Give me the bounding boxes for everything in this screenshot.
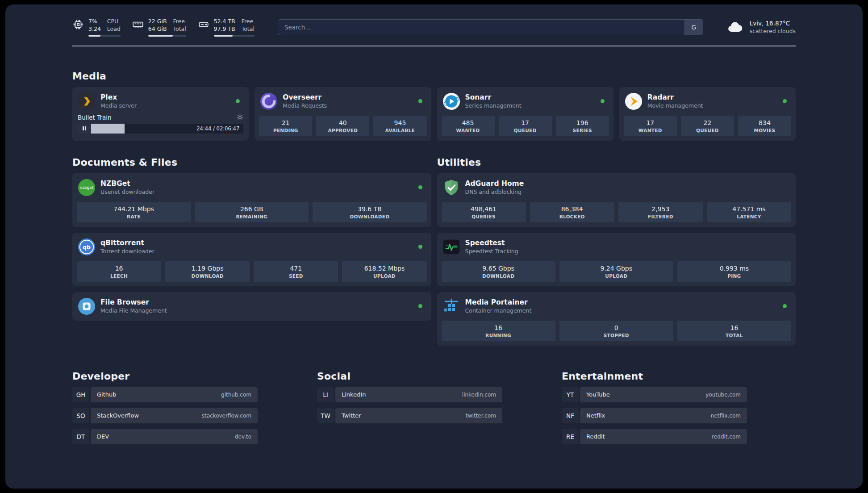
- topbar: 7% CPU 3.24 Load 22 GiB Free 64 GiB Tota…: [72, 18, 796, 37]
- service-name: Media Portainer: [465, 298, 532, 306]
- bookmark-abbr: YT: [562, 387, 579, 402]
- bookmark-name: YouTube: [586, 391, 610, 398]
- service-card-plex[interactable]: Plex Media server Bullet Train: [72, 87, 249, 141]
- stat-movies: 834 MOVIES: [738, 116, 791, 136]
- status-dot: [418, 304, 422, 308]
- section-title-utilities: Utilities: [437, 157, 796, 168]
- qbittorrent-icon: qb: [78, 238, 96, 256]
- service-card-overseerr[interactable]: Overseerr Media Requests 21 PENDING 40 A…: [255, 87, 431, 141]
- status-dot: [236, 99, 240, 103]
- bookmark-youtube[interactable]: YT YouTube youtube.com: [562, 387, 747, 402]
- overseerr-icon: [260, 92, 278, 110]
- ram-total-label: Total: [173, 25, 186, 33]
- bookmark-github[interactable]: GH Github github.com: [72, 387, 258, 402]
- radarr-icon: [625, 92, 643, 110]
- sonarr-icon: [442, 92, 460, 110]
- service-name: File Browser: [100, 298, 167, 306]
- adguard-icon: [442, 179, 460, 196]
- disk-progressbar: [214, 35, 255, 37]
- seek-bar[interactable]: 24:44 / 02:06:47: [91, 124, 243, 134]
- status-dot: [418, 185, 422, 189]
- bookmark-group-entertainment: Entertainment YT YouTube youtube.com NF …: [562, 371, 796, 450]
- service-name: Sonarr: [465, 93, 522, 101]
- settings-gear-icon[interactable]: [237, 114, 243, 121]
- service-card-qbittorrent[interactable]: qb qBittorrent Torrent downloader 16 LEE…: [72, 233, 431, 286]
- bookmark-reddit[interactable]: RE Reddit reddit.com: [562, 429, 747, 444]
- stat-upload: 9.24 Gbps UPLOAD: [559, 261, 673, 282]
- service-card-portainer[interactable]: Media Portainer Container management 16 …: [437, 292, 796, 346]
- service-card-radarr[interactable]: Radarr Movie management 17 WANTED 22 QUE…: [619, 87, 796, 141]
- ram-free-value: 22 GiB: [148, 18, 167, 25]
- ram-widget: 22 GiB Free 64 GiB Total: [132, 18, 186, 37]
- bookmark-name: DEV: [97, 433, 109, 440]
- service-card-adguard[interactable]: AdGuard Home DNS and adblocking 498,461 …: [437, 173, 796, 227]
- service-name: Speedtest: [465, 239, 518, 247]
- bookmark-abbr: DT: [72, 429, 89, 444]
- service-card-nzbget[interactable]: nzbget NZBGet Usenet downloader 744.21 M…: [72, 173, 431, 227]
- stat-ping: 0.993 ms PING: [677, 261, 791, 282]
- bookmark-name: LinkedIn: [342, 391, 366, 398]
- status-dot: [601, 99, 605, 103]
- bookmark-url: reddit.com: [712, 434, 741, 440]
- service-card-sonarr[interactable]: Sonarr Series management 485 WANTED 17 Q…: [437, 87, 613, 141]
- stat-leech: 16 LEECH: [77, 261, 161, 282]
- stat-series: 196 SERIES: [556, 116, 609, 136]
- stat-pending: 21 PENDING: [259, 116, 312, 136]
- bookmark-abbr: GH: [72, 387, 89, 402]
- files-section: Documents & Files nzbget NZBGet Usenet d…: [72, 157, 431, 321]
- bookmark-abbr: NF: [562, 408, 579, 423]
- utilities-section: Utilities AdGuard Home DNS and adblockin…: [437, 157, 796, 346]
- search-provider-button[interactable]: G: [684, 20, 703, 35]
- cpu-load-label: Load: [107, 25, 121, 33]
- service-name: Radarr: [647, 93, 703, 101]
- bookmark-group-social: Social LI LinkedIn linkedin.com TW Twitt…: [317, 371, 551, 450]
- status-dot: [783, 99, 787, 103]
- bookmark-url: github.com: [221, 392, 251, 398]
- status-dot: [418, 245, 422, 249]
- bookmark-twitter[interactable]: TW Twitter twitter.com: [317, 408, 502, 423]
- bookmark-url: stackoverflow.com: [202, 413, 251, 419]
- speedtest-icon: [442, 238, 460, 256]
- service-card-speedtest[interactable]: Speedtest Speedtest Tracking 9.65 Gbps D…: [437, 233, 796, 286]
- bookmark-netflix[interactable]: NF Netflix netflix.com: [562, 408, 747, 423]
- bookmark-dev[interactable]: DT DEV dev.to: [72, 429, 258, 444]
- nzbget-icon: nzbget: [78, 179, 96, 196]
- plex-now-playing-widget: Bullet Train 24:44 / 02:06:47: [77, 114, 244, 134]
- cpu-widget: 7% CPU 3.24 Load: [72, 18, 121, 37]
- pause-button[interactable]: [78, 124, 91, 134]
- bookmark-abbr: RE: [562, 429, 579, 444]
- status-dot: [418, 99, 422, 103]
- status-dot: [783, 304, 787, 308]
- service-description: Speedtest Tracking: [465, 248, 518, 255]
- cpu-icon: [72, 19, 84, 30]
- topbar-divider: [72, 46, 796, 46]
- stat-latency: 47.571 ms LATENCY: [707, 202, 791, 222]
- plex-icon: [78, 92, 96, 110]
- service-description: Media File Management: [100, 307, 167, 314]
- portainer-icon: [442, 297, 460, 315]
- stat-seed: 471 SEED: [254, 261, 338, 282]
- bookmark-name: Reddit: [586, 433, 605, 440]
- stat-running: 16 RUNNING: [442, 321, 555, 341]
- playback-time: 24:44 / 02:06:47: [196, 125, 239, 132]
- service-name: Plex: [100, 93, 137, 101]
- bookmarks-section: Developer GH Github github.com SO StackO…: [72, 371, 796, 450]
- section-title-developer: Developer: [72, 371, 306, 382]
- bookmark-linkedin[interactable]: LI LinkedIn linkedin.com: [317, 387, 502, 402]
- bookmark-name: Twitter: [342, 412, 361, 419]
- service-card-filebrowser[interactable]: File Browser Media File Management: [72, 292, 431, 321]
- bookmark-abbr: LI: [317, 387, 334, 402]
- dashboard-panel: 7% CPU 3.24 Load 22 GiB Free 64 GiB Tota…: [5, 4, 863, 489]
- ram-free-label: Free: [173, 18, 186, 25]
- weather-condition: scattered clouds: [750, 28, 796, 34]
- search-input[interactable]: [278, 19, 703, 35]
- disk-free-value: 52.4 TB: [214, 18, 235, 25]
- bookmark-stackoverflow[interactable]: SO StackOverflow stackoverflow.com: [72, 408, 258, 423]
- stat-queries: 498,461 QUERIES: [442, 202, 526, 222]
- bookmark-url: linkedin.com: [462, 392, 496, 398]
- ram-total-value: 64 GiB: [148, 25, 167, 33]
- service-description: Movie management: [647, 102, 703, 109]
- weather-location: Lviv, 16.87°C: [750, 20, 796, 27]
- search-bar: G: [278, 19, 703, 35]
- section-title-social: Social: [317, 371, 551, 382]
